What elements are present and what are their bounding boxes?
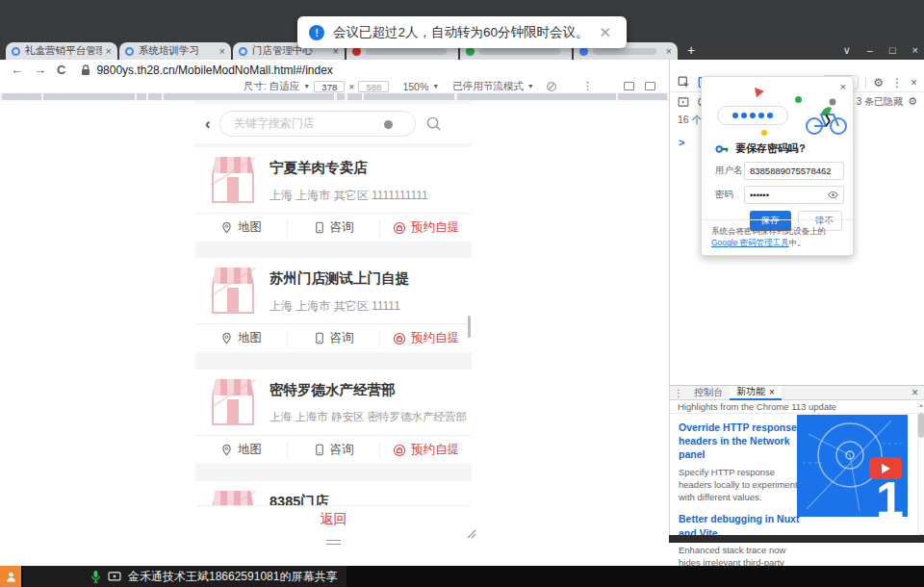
notification-close-icon[interactable]: ✕ [600, 24, 612, 41]
console-prompt[interactable]: > [679, 137, 684, 148]
dock-side-icon[interactable] [645, 82, 655, 90]
resize-handle-bottom[interactable] [326, 540, 341, 545]
devtools-drawer: ⋮ 控制台 新功能 × × Highlights from the Chrome… [670, 385, 924, 539]
address-bar[interactable]: 9800ys.th28.cn/MobileModNoMall.html#/ind… [96, 64, 332, 77]
maximize-button[interactable]: □ [889, 44, 896, 57]
device-zoom-select[interactable]: 150% [402, 81, 428, 92]
banner-number: 1 [876, 471, 904, 517]
tab-close-icon[interactable]: × [219, 45, 225, 57]
return-button[interactable]: 返回 [195, 505, 472, 532]
article-body: Specify HTTP response headers locally to… [679, 466, 802, 504]
dock-icon[interactable] [624, 82, 634, 90]
store-address: 上海 上海市 其它区 11111 [270, 298, 409, 315]
show-password-eye-icon[interactable] [828, 191, 838, 199]
minimize-button[interactable]: – [867, 44, 873, 57]
username-field[interactable]: 8385889075578462 [744, 162, 844, 180]
pickup-button[interactable]: 预约自提 [379, 330, 472, 347]
consult-button[interactable]: 咨询 [287, 330, 379, 347]
throttle-select[interactable]: 已停用节流模式 [452, 80, 524, 93]
microphone-icon [90, 570, 101, 583]
device-width-input[interactable]: 378 [314, 81, 345, 92]
tab-console[interactable]: 控制台 [687, 386, 730, 400]
new-tab-button[interactable]: + [687, 42, 695, 58]
viewport-scrollbar[interactable] [468, 316, 471, 338]
search-icon[interactable] [425, 115, 442, 132]
store-card[interactable]: 苏州门店测试上门自提 上海 上海市 其它区 11111 地图 咨询 预约自提 [195, 258, 472, 352]
lock-icon [81, 64, 90, 76]
device-size-select[interactable]: 尺寸: 自适应 [244, 80, 299, 93]
meeting-app-icon[interactable] [0, 566, 21, 587]
password-field[interactable]: •••••• [744, 186, 844, 204]
tab-close-icon[interactable]: × [106, 45, 112, 57]
map-pin-icon [220, 444, 233, 456]
phone-icon [314, 444, 325, 456]
password-illustration [702, 85, 855, 139]
store-name: 宁夏羊肉专卖店 [270, 159, 428, 177]
store-address: 上海 上海市 静安区 密特罗德水产经营部 [270, 410, 460, 424]
map-button[interactable]: 地图 [195, 330, 287, 347]
username-label: 用户名 [715, 165, 744, 177]
store-card[interactable]: 密特罗德水产经营部 上海 上海市 静安区 密特罗德水产经营部 地图 咨询 预约自… [195, 370, 472, 464]
devtools-menu-icon[interactable]: ⋮ [891, 76, 903, 89]
tab-favicon [239, 47, 247, 56]
whats-new-articles: Override HTTP response headers in the Ne… [679, 421, 802, 587]
tab-close-icon[interactable]: × [769, 387, 775, 397]
save-password-dialog: × 要保存密码吗? 用户名 8385889075578462 密码 [701, 76, 854, 256]
pickup-button[interactable]: 预约自提 [379, 219, 472, 237]
article-link[interactable]: Override HTTP response headers in the Ne… [679, 421, 802, 462]
storefront-icon [205, 157, 261, 205]
store-name: 密特罗德水产经营部 [270, 381, 460, 399]
forward-button[interactable]: → [34, 63, 46, 77]
map-button[interactable]: 地图 [195, 442, 287, 459]
rotate-disabled-icon [546, 81, 557, 92]
username-row: 用户名 8385889075578462 [715, 162, 844, 180]
drawer-menu-icon[interactable]: ⋮ [674, 388, 683, 398]
search-input[interactable]: 关键字搜索门店 [219, 111, 416, 137]
tab-search-icon[interactable]: ∨ [843, 44, 851, 57]
window-controls: ∨ – □ × [843, 44, 918, 57]
devtools-close-icon[interactable]: × [911, 76, 917, 89]
cursor-dot [384, 120, 393, 129]
highlights-header: Highlights from the Chrome 113 update [670, 400, 924, 414]
pickup-icon [393, 444, 406, 457]
inspect-element-icon[interactable] [678, 76, 690, 89]
notification-text: 会议已超过2人，自动转为60分钟限时会议。 [333, 24, 589, 41]
device-toolbar: 尺寸: 自适应 ▼ 378 × 588 150% ▼ 已停用节流模式 ▼ ⋮ [0, 80, 669, 92]
search-placeholder: 关键字搜索门店 [234, 115, 315, 132]
tab-whats-new[interactable]: 新功能 × [730, 386, 782, 400]
screen-share-text: 金禾通技术王斌18662591081的屏幕共享 [128, 569, 337, 585]
mobile-viewport: ‹ 关键字搜索门店 宁夏羊肉专卖店 上海 上海市 其它区 1111111111 … [195, 101, 472, 539]
consult-button[interactable]: 咨询 [287, 442, 379, 459]
tab-label: 系统培训学习 [139, 44, 216, 58]
map-button[interactable]: 地图 [195, 219, 287, 237]
screen-share-banner: 金禾通技术王斌18662591081的屏幕共享 [23, 566, 346, 587]
tab-gift-platform[interactable]: 礼盒营销平台管理中心 × [6, 42, 117, 60]
consult-button[interactable]: 咨询 [287, 219, 379, 237]
close-window-button[interactable]: × [912, 44, 918, 57]
tab-training[interactable]: 系统培训学习 × [119, 42, 231, 60]
store-card[interactable]: 宁夏羊肉专卖店 上海 上海市 其它区 1111111111 地图 咨询 预约自提 [195, 147, 472, 242]
dialog-title: 要保存密码吗? [715, 141, 806, 156]
reload-button[interactable]: C [57, 63, 65, 77]
hidden-messages-label: 3 条已隐藏 [857, 95, 903, 109]
back-button[interactable]: ← [11, 63, 23, 77]
drawer-close-icon[interactable]: × [911, 386, 918, 399]
console-sidebar-icon[interactable] [678, 96, 689, 108]
pickup-icon [393, 221, 406, 235]
store-address: 上海 上海市 其它区 1111111111 [270, 188, 428, 204]
back-chevron-icon[interactable]: ‹ [205, 115, 211, 134]
dialog-footer: 系统会将密码保存到此设备上的 Google 密码管理工具中。 [702, 219, 853, 256]
pickup-button[interactable]: 预约自提 [379, 442, 472, 459]
password-manager-link[interactable]: Google 密码管理工具 [711, 238, 789, 247]
devtools-settings-icon[interactable]: ⚙ [873, 76, 884, 89]
device-height-input[interactable]: 588 [358, 81, 389, 92]
cyclist-illustration [804, 94, 848, 137]
drawer-scrollbar[interactable]: ▲ ▼ [917, 401, 924, 540]
resize-handle-corner[interactable] [467, 529, 476, 539]
tab-close-icon[interactable]: × [666, 45, 672, 57]
devtools-panel: 16 ⚙ ⋮ × 别 ▼ 3 条已隐藏 ⚙ 16 个问题 > × [669, 60, 924, 539]
storefront-icon [205, 268, 261, 316]
console-settings-icon[interactable]: ⚙ [908, 95, 917, 108]
device-toolbar-menu-icon[interactable]: ⋮ [582, 80, 593, 92]
info-icon: ! [309, 25, 324, 40]
